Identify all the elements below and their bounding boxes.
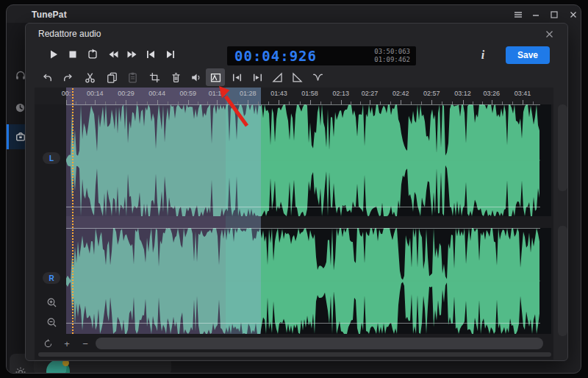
timeline-ruler[interactable]: 00:00:1400:2900:4400:5901:1301:2801:4301… <box>35 88 553 104</box>
dialog-close-icon[interactable] <box>542 27 556 40</box>
app-title: TunePat <box>32 10 67 20</box>
menu-icon[interactable] <box>512 9 524 21</box>
crop-button[interactable] <box>145 68 164 86</box>
ruler-label: 00: <box>62 90 71 97</box>
total-duration: 03:50:063 <box>374 48 410 56</box>
waveform-left-channel[interactable] <box>66 104 551 216</box>
paste-button[interactable] <box>123 68 142 86</box>
undo-button[interactable] <box>37 68 57 86</box>
ruler-label: 00:29 <box>118 90 135 97</box>
waveform-right-channel[interactable] <box>66 228 551 334</box>
skip-end-button[interactable] <box>162 46 179 63</box>
copy-button[interactable] <box>102 68 121 86</box>
loop-button[interactable] <box>84 46 101 63</box>
settings-gear-icon[interactable] <box>7 361 34 374</box>
time-display-panel: 00:04:926 03:50:063 01:09:462 <box>227 46 416 65</box>
ruler-label: 03:26 <box>484 90 501 97</box>
ruler-label: 02:57 <box>423 90 440 97</box>
selection-duration: 01:09:462 <box>374 56 410 64</box>
zoom-in-icon[interactable] <box>44 296 59 309</box>
ruler-label: 02:42 <box>392 90 409 97</box>
play-button[interactable] <box>45 46 62 63</box>
redo-button[interactable] <box>58 68 77 86</box>
reset-zoom-icon[interactable] <box>40 337 55 350</box>
titlebar: TunePat <box>7 5 581 23</box>
window-close-button[interactable] <box>567 9 579 21</box>
ruler-label: 01:13 <box>209 90 226 97</box>
zoom-plus-button[interactable]: + <box>60 337 74 350</box>
marker-in-button[interactable] <box>227 68 246 86</box>
horizontal-scrollbar[interactable] <box>96 338 543 349</box>
ruler-label: 01:43 <box>270 90 287 97</box>
rewind-button[interactable] <box>104 46 122 63</box>
ruler-label: 02:13 <box>332 90 349 97</box>
minimize-button[interactable] <box>530 9 542 21</box>
ruler-label: 02:27 <box>362 90 379 97</box>
zoom-minus-button[interactable]: − <box>78 337 93 350</box>
ruler-label: 03:41 <box>514 90 531 97</box>
ruler-label: 00:44 <box>148 90 165 97</box>
silence-tool-button[interactable] <box>206 68 225 86</box>
horizontal-scroll-track[interactable] <box>38 352 551 357</box>
save-button[interactable]: Save <box>506 46 550 64</box>
volume-button[interactable] <box>186 68 205 86</box>
marker-out-button[interactable] <box>248 68 267 86</box>
info-button[interactable]: i <box>476 46 490 64</box>
app-window: TunePat Redatto <box>6 4 581 374</box>
ruler-label: 00:14 <box>87 90 104 97</box>
dialog-title: Redattore audio <box>38 29 101 39</box>
audio-editor-dialog: Redattore audio 00:04:926 03:50:063 01:0… <box>25 23 568 361</box>
zoom-out-icon[interactable] <box>44 315 59 329</box>
left-channel-badge: L <box>43 152 60 164</box>
waveform-editor-panel: 00:00:1400:2900:4400:5901:1301:2801:4301… <box>35 88 553 360</box>
skip-start-button[interactable] <box>142 46 159 63</box>
stop-button[interactable] <box>64 46 82 63</box>
right-channel-badge: R <box>43 272 60 284</box>
ruler-label: 01:28 <box>240 90 257 97</box>
ruler-label: 03:12 <box>454 90 471 97</box>
maximize-button[interactable] <box>548 9 560 21</box>
forward-button[interactable] <box>123 46 141 63</box>
fade-out-button[interactable] <box>287 68 306 86</box>
cut-button[interactable] <box>80 68 99 86</box>
split-button[interactable] <box>308 68 327 86</box>
vertical-scrollbar-upper[interactable] <box>558 104 567 191</box>
sidebar-active-indicator <box>7 124 9 149</box>
ruler-label: 00:59 <box>180 90 197 97</box>
fade-in-button[interactable] <box>268 68 287 86</box>
delete-button[interactable] <box>166 68 185 86</box>
ruler-label: 01:58 <box>301 90 318 97</box>
vertical-scrollbar-lower[interactable] <box>558 226 567 336</box>
current-time: 00:04:926 <box>234 49 317 63</box>
